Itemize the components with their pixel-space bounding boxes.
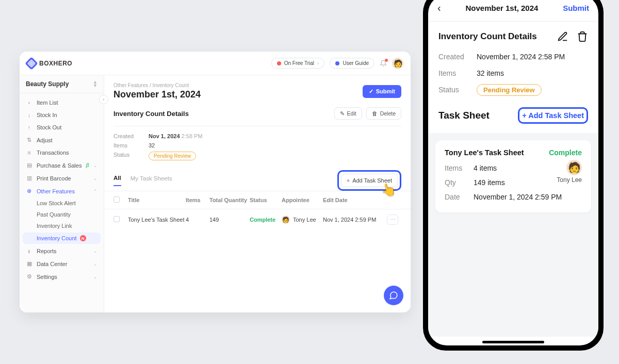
edit-label: Edit [347,110,356,117]
th-title[interactable]: Title [128,197,186,203]
breadcrumb-a[interactable]: Other Features [113,82,148,88]
sidebar-sub-low-stock[interactable]: Low Stock Alert [20,197,104,209]
items-label: Items [113,142,141,148]
delete-button[interactable]: 🗑Delete [366,107,401,120]
guide-text: User Guide [343,60,369,66]
trash-icon[interactable] [577,31,588,42]
brand-logo[interactable]: BOXHERO [27,59,72,68]
select-all-checkbox[interactable] [113,196,120,203]
card-items-value: 4 items [474,164,497,172]
mobile-frame: ‹ November 1st, 2024 Submit Inventory Co… [423,0,604,351]
card-items-label: Items [445,164,474,172]
plus-icon: + [347,177,350,184]
card-avatar-icon: 🧑 [566,160,582,175]
sidebar-sub-past-qty[interactable]: Past Quantity [20,209,104,220]
mobile-add-task-sheet-button[interactable]: + Add Task Sheet [522,111,584,120]
nav-label: Item List [37,100,58,106]
check-icon: ✓ [369,88,373,95]
main-content: Other Features / Inventory Count Novembe… [104,75,411,312]
status-label: Status [113,152,141,160]
mobile-details-title: Inventory Count Details [438,31,557,42]
team-selector[interactable]: Beauty Supply ▲▼ [20,75,104,93]
sidebar-item-item-list[interactable]: ▫Item List [20,96,104,109]
row-more-button[interactable]: ⋯ [387,214,398,225]
breadcrumb[interactable]: Other Features / Inventory Count [113,82,201,88]
sidebar-item-stock-in[interactable]: ↓Stock In [20,109,104,121]
sidebar: Beauty Supply ▲▼ ‹ ▫Item List ↓Stock In … [20,75,104,312]
th-edit-date[interactable]: Edit Date [323,197,387,203]
created-label: Created [113,133,141,139]
list-icon: ≡ [26,150,32,156]
nav-label: Settings [37,274,57,280]
th-appointee[interactable]: Appointee [282,197,323,203]
brand-text: BOXHERO [39,60,72,67]
breadcrumb-b[interactable]: Inventory Count [153,82,189,88]
trial-text: On Free Trial [284,60,314,66]
items-value: 32 [149,142,155,148]
th-total-qty[interactable]: Total Quantity [209,197,250,203]
cell-total-qty: 149 [209,217,250,223]
card-date-value: November 1, 2024 2:59 PM [474,193,562,201]
cell-status: Complete [250,217,282,223]
card-date-label: Date [445,193,474,201]
appointee-avatar-icon: 🧑 [282,216,290,224]
nav-label: Stock In [37,112,57,118]
chevron-right-icon: › [317,60,319,66]
app-body: Beauty Supply ▲▼ ‹ ▫Item List ↓Stock In … [20,75,411,312]
cell-edit-date: Nov 1, 2024 2:59 PM [323,217,387,223]
user-avatar[interactable]: 🧑 [392,58,403,69]
sidebar-sub-inventory-link[interactable]: Inventory Link [20,220,104,231]
chat-fab[interactable] [384,286,403,305]
trial-pill[interactable]: On Free Trial › [271,58,325,69]
notifications-button[interactable] [380,60,387,67]
gear-icon: ⚙ [26,273,32,280]
task-sheet-tabs: All My Task Sheets +Add Task Sheet 👆 [104,162,411,191]
tab-my[interactable]: My Task Sheets [131,175,172,186]
sidebar-item-purchase-sales[interactable]: ▤Purchase & Salesβ⌄ [20,159,104,172]
sidebar-nav: ▫Item List ↓Stock In ↑Stock Out ⇅Adjust … [20,93,104,286]
guide-pill[interactable]: User Guide [330,58,374,69]
chevron-up-icon: ⌃ [93,189,97,194]
sidebar-item-stock-out[interactable]: ↑Stock Out [20,121,104,134]
m-created-label: Created [438,53,477,61]
nav-label: Data Center [37,261,67,267]
card-qty-label: Qty [445,178,474,187]
notification-badge-icon [384,58,388,62]
edit-button[interactable]: ✎Edit [334,107,362,120]
mobile-submit-button[interactable]: Submit [563,4,589,12]
sidebar-item-transactions[interactable]: ≡Transactions [20,146,104,159]
box-icon: ▫ [26,100,32,106]
home-indicator [482,341,544,343]
sidebar-item-print-barcode[interactable]: ▥Print Barcode⌄ [20,172,104,185]
sidebar-item-data-center[interactable]: ▦Data Center⌄ [20,257,104,270]
th-items[interactable]: Items [186,197,209,203]
team-name: Beauty Supply [26,80,69,88]
back-button[interactable]: ‹ [437,2,441,14]
mobile-page-title: November 1st, 2024 [441,4,563,12]
new-badge-icon: N [80,235,86,241]
status-badge: Pending Review [477,84,542,96]
submit-button[interactable]: ✓Submit [363,85,401,98]
nav-label: Reports [37,248,57,254]
sidebar-item-settings[interactable]: ⚙Settings⌄ [20,270,104,283]
sidebar-item-reports[interactable]: ⫾Reports⌄ [20,245,104,257]
details-section: Inventory Count Details ✎Edit 🗑Delete Cr… [104,100,411,162]
download-icon: ↓ [26,112,32,118]
card-user-name: Tony Lee [557,176,582,184]
task-sheet-card[interactable]: Tony Lee's Task Sheet Complete Items4 it… [435,140,591,212]
adjust-icon: ⇅ [26,137,32,143]
row-checkbox[interactable] [113,216,120,222]
sidebar-item-other-features[interactable]: ⊕Other Features⌃ [20,185,104,197]
desktop-window: BOXHERO On Free Trial › User Guide 🧑 Bea… [20,52,411,312]
th-status[interactable]: Status [250,197,282,203]
pencil-icon: ✎ [340,110,345,117]
sidebar-item-adjust[interactable]: ⇅Adjust [20,134,104,146]
tab-all[interactable]: All [113,175,121,186]
sidebar-sub-inventory-count[interactable]: Inventory CountN [23,233,101,244]
edit-icon[interactable] [557,31,568,42]
table-row[interactable]: Tony Lee's Task Sheet 4 149 Complete 🧑To… [104,209,411,230]
m-status-label: Status [438,86,477,94]
data-icon: ▦ [26,260,32,267]
mobile-ts-title: Task Sheet [438,110,490,121]
cell-title: Tony Lee's Task Sheet [128,217,186,223]
